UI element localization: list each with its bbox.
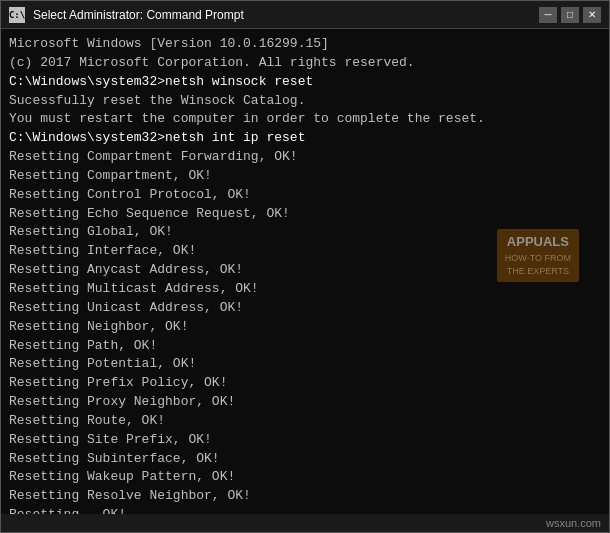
terminal-line: Resetting Echo Sequence Request, OK!: [9, 205, 601, 224]
terminal-line: Resetting , OK!: [9, 506, 601, 514]
terminal-line: Resetting Multicast Address, OK!: [9, 280, 601, 299]
terminal-line: Resetting Prefix Policy, OK!: [9, 374, 601, 393]
terminal-line: C:\Windows\system32>netsh int ip reset: [9, 129, 601, 148]
terminal-line: Sucessfully reset the Winsock Catalog.: [9, 92, 601, 111]
terminal-line: Resetting Compartment Forwarding, OK!: [9, 148, 601, 167]
maximize-button[interactable]: □: [561, 7, 579, 23]
terminal-line: Resetting Route, OK!: [9, 412, 601, 431]
terminal-line: You must restart the computer in order t…: [9, 110, 601, 129]
terminal-line: Resetting Control Protocol, OK!: [9, 186, 601, 205]
close-button[interactable]: ✕: [583, 7, 601, 23]
terminal-line: Resetting Interface, OK!: [9, 242, 601, 261]
bottom-watermark-text: wsxun.com: [546, 517, 601, 529]
terminal-line: Resetting Anycast Address, OK!: [9, 261, 601, 280]
title-bar-text: Select Administrator: Command Prompt: [33, 8, 531, 22]
bottom-bar: wsxun.com: [1, 514, 609, 532]
terminal-line: Resetting Global, OK!: [9, 223, 601, 242]
terminal-body: Microsoft Windows [Version 10.0.16299.15…: [1, 29, 609, 514]
terminal-output: Microsoft Windows [Version 10.0.16299.15…: [9, 35, 601, 514]
terminal-line: Resetting Path, OK!: [9, 337, 601, 356]
terminal-line: Resetting Wakeup Pattern, OK!: [9, 468, 601, 487]
terminal-line: Resetting Site Prefix, OK!: [9, 431, 601, 450]
title-bar-controls: ─ □ ✕: [539, 7, 601, 23]
window-icon: C:\: [9, 7, 25, 23]
terminal-line: Resetting Subinterface, OK!: [9, 450, 601, 469]
terminal-line: Resetting Potential, OK!: [9, 355, 601, 374]
terminal-line: Resetting Neighbor, OK!: [9, 318, 601, 337]
terminal-line: Microsoft Windows [Version 10.0.16299.15…: [9, 35, 601, 54]
terminal-line: Resetting Resolve Neighbor, OK!: [9, 487, 601, 506]
cmd-window: C:\ Select Administrator: Command Prompt…: [0, 0, 610, 533]
terminal-line: Resetting Proxy Neighbor, OK!: [9, 393, 601, 412]
terminal-line: Resetting Unicast Address, OK!: [9, 299, 601, 318]
terminal-line: C:\Windows\system32>netsh winsock reset: [9, 73, 601, 92]
minimize-button[interactable]: ─: [539, 7, 557, 23]
terminal-line: Resetting Compartment, OK!: [9, 167, 601, 186]
terminal-line: (c) 2017 Microsoft Corporation. All righ…: [9, 54, 601, 73]
title-bar: C:\ Select Administrator: Command Prompt…: [1, 1, 609, 29]
